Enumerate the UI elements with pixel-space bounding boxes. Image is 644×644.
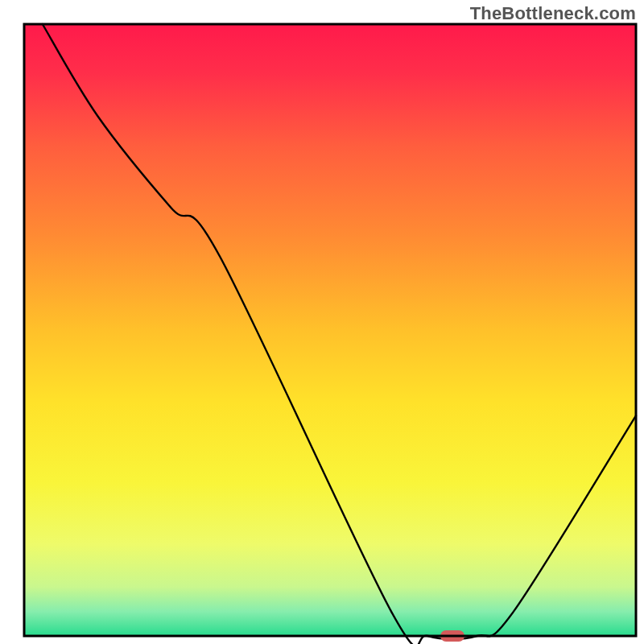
chart-canvas [0,0,644,644]
plot-background [24,24,636,636]
watermark-label: TheBottleneck.com [470,3,636,24]
bottleneck-chart: TheBottleneck.com [0,0,644,644]
